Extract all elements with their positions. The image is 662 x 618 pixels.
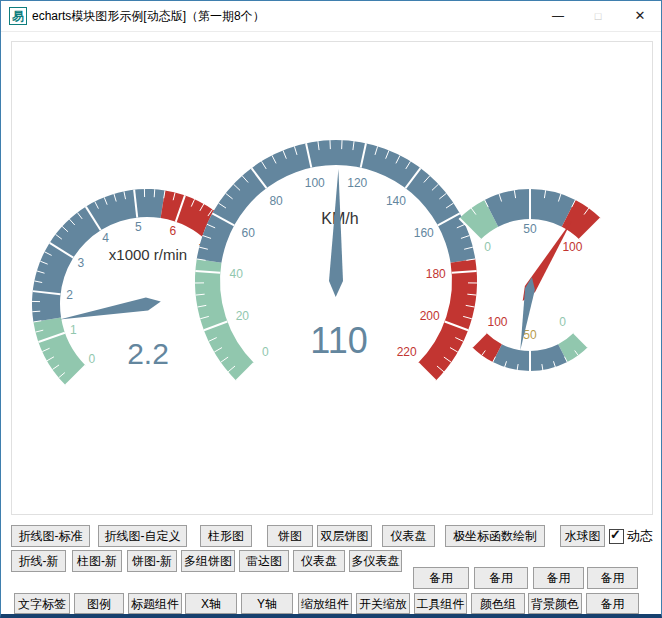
axis-label: 0 bbox=[559, 315, 566, 329]
checkbox-label: 动态 bbox=[627, 527, 653, 545]
toolbar-button-r4-5[interactable]: Y轴 bbox=[241, 593, 293, 614]
title-bar: 易 echarts模块图形示例[动态版]（第一期8个） — □ ✕ bbox=[1, 1, 661, 32]
axis-label: 0 bbox=[262, 345, 269, 359]
axis-label: 20 bbox=[236, 309, 250, 323]
toolbar-button-r3-3[interactable]: 备用 bbox=[533, 567, 584, 589]
gauge-value: 110 bbox=[310, 320, 367, 361]
toolbar-button-r2-5[interactable]: 雷达图 bbox=[239, 550, 289, 572]
axis-label: 160 bbox=[414, 226, 434, 240]
close-icon[interactable]: ✕ bbox=[623, 1, 657, 31]
axis-label: 2 bbox=[66, 288, 73, 302]
axis-label: 4 bbox=[102, 231, 109, 245]
axis-label: 100 bbox=[305, 176, 325, 190]
toolbar-button-r2-3[interactable]: 饼图-新 bbox=[127, 550, 177, 572]
app-window: 易 echarts模块图形示例[动态版]（第一期8个） — □ ✕ 012345… bbox=[0, 0, 662, 618]
toolbar-button-r4-4[interactable]: X轴 bbox=[185, 593, 237, 614]
axis-label: 100 bbox=[487, 315, 507, 329]
axis-label: 60 bbox=[242, 226, 256, 240]
axis-label: 80 bbox=[269, 194, 283, 208]
axis-label: 5 bbox=[135, 220, 142, 234]
checkmark-icon: ✓ bbox=[610, 527, 621, 542]
axis-label: 100 bbox=[562, 240, 582, 254]
toolbar-button-r3-4[interactable]: 备用 bbox=[587, 567, 638, 589]
water-gauge-bottom: 050100 bbox=[472, 277, 588, 371]
axis-label: 50 bbox=[523, 328, 537, 342]
axis-label: 120 bbox=[347, 176, 367, 190]
toolbar-button-r4-6[interactable]: 缩放组件 bbox=[298, 593, 352, 614]
toolbar-button-r2-4[interactable]: 多组饼图 bbox=[181, 550, 235, 572]
toolbar-button-r3-2[interactable]: 备用 bbox=[474, 567, 528, 589]
toolbar-button-r1-2[interactable]: 折线图-自定义 bbox=[98, 525, 187, 547]
toolbar-button-r4-11[interactable]: 备用 bbox=[586, 593, 639, 614]
axis-label: 50 bbox=[523, 222, 537, 236]
toolbar-button-r4-7[interactable]: 开关缩放 bbox=[356, 593, 410, 614]
minimize-icon[interactable]: — bbox=[541, 1, 575, 31]
toolbar-button-r1-5[interactable]: 双层饼图 bbox=[317, 525, 372, 547]
toolbar-button-r4-8[interactable]: 工具组件 bbox=[414, 593, 467, 614]
axis-label: 0 bbox=[89, 352, 96, 366]
toolbar-button-r4-3[interactable]: 标题组件 bbox=[128, 593, 182, 614]
toolbar-button-r4-9[interactable]: 颜色组 bbox=[471, 593, 525, 614]
axis-label: 40 bbox=[230, 267, 244, 281]
chart-canvas: 01234567x1000 r/min2.2020406080100120140… bbox=[11, 41, 653, 515]
toolbar-button-r1-7[interactable]: 极坐标函数绘制 bbox=[445, 525, 545, 547]
toolbar-button-r2-1[interactable]: 折线-新 bbox=[11, 550, 66, 572]
toolbar-button-r1-1[interactable]: 折线图-标准 bbox=[11, 525, 90, 547]
gauge-canvas: 01234567x1000 r/min2.2020406080100120140… bbox=[12, 42, 652, 514]
toolbar-button-r1-6[interactable]: 仪表盘 bbox=[382, 525, 435, 547]
window-title: echarts模块图形示例[动态版]（第一期8个） bbox=[32, 1, 265, 31]
axis-label: 1 bbox=[70, 323, 77, 337]
toolbar-button-r4-2[interactable]: 图例 bbox=[74, 593, 124, 614]
toolbar-button-r2-6[interactable]: 仪表盘 bbox=[293, 550, 345, 572]
checkbox-box-icon[interactable]: ✓ bbox=[609, 529, 624, 544]
toolbar-button-r1-3[interactable]: 柱形图 bbox=[200, 525, 252, 547]
maximize-icon[interactable]: □ bbox=[581, 1, 615, 31]
dynamic-checkbox[interactable]: ✓ 动态 bbox=[609, 527, 653, 545]
toolbar-button-r2-7[interactable]: 多仪表盘 bbox=[349, 550, 402, 572]
toolbar-button-r4-10[interactable]: 背景颜色 bbox=[528, 593, 582, 614]
axis-label: 0 bbox=[484, 240, 491, 254]
toolbar-button-r1-4[interactable]: 饼图 bbox=[267, 525, 313, 547]
rpm-gauge-needle bbox=[59, 298, 160, 320]
toolbar-button-r1-8[interactable]: 水球图 bbox=[560, 525, 605, 547]
axis-label: 180 bbox=[426, 267, 446, 281]
gauge-value: 2.2 bbox=[127, 337, 169, 370]
axis-label: 3 bbox=[78, 256, 85, 270]
axis-label: 200 bbox=[420, 309, 440, 323]
speed-gauge: 020406080100120140160180200220KM/h110 bbox=[195, 140, 477, 422]
axis-label: 220 bbox=[397, 345, 417, 359]
app-logo-icon: 易 bbox=[9, 7, 27, 25]
toolbar-button-r4-1[interactable]: 文字标签 bbox=[14, 593, 70, 614]
axis-label: 140 bbox=[386, 194, 406, 208]
axis-label: 6 bbox=[169, 224, 176, 238]
toolbar-button-r2-2[interactable]: 柱图-新 bbox=[72, 550, 122, 572]
gauge-title: x1000 r/min bbox=[109, 246, 187, 263]
toolbar-button-r3-1[interactable]: 备用 bbox=[413, 567, 469, 589]
